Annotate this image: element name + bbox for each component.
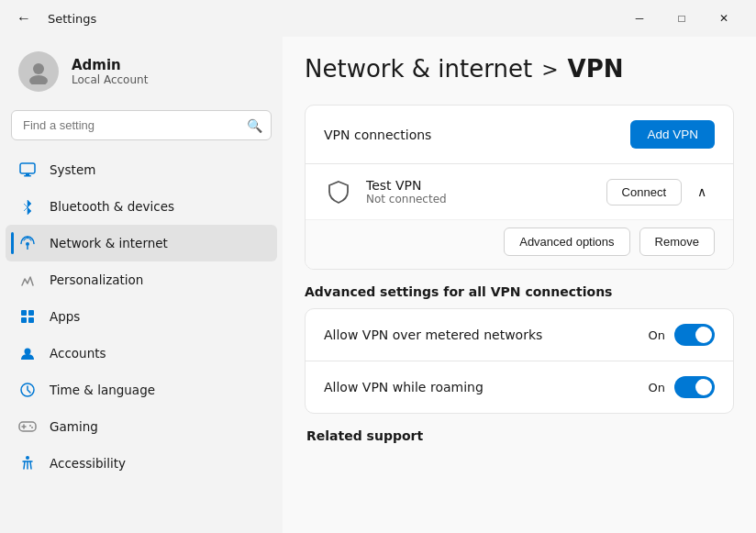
breadcrumb-parent: Network & internet bbox=[305, 55, 532, 83]
sidebar-item-gaming[interactable]: Gaming bbox=[6, 408, 277, 445]
titlebar: ← Settings ─ □ ✕ bbox=[0, 0, 756, 37]
sidebar-item-personalization[interactable]: Personalization bbox=[6, 261, 277, 298]
sidebar-item-accounts-label: Accounts bbox=[50, 346, 106, 361]
vpn-connections-header: VPN connections Add VPN bbox=[306, 105, 733, 163]
sidebar-item-network-label: Network & internet bbox=[50, 236, 168, 250]
avatar bbox=[18, 51, 59, 92]
vpn-item: Test VPN Not connected Connect ∧ Advance… bbox=[306, 163, 733, 269]
svg-rect-10 bbox=[28, 317, 34, 323]
minimize-button[interactable]: ─ bbox=[618, 4, 661, 33]
accounts-icon bbox=[18, 344, 37, 362]
setting-metered-on-label: On bbox=[649, 328, 665, 342]
setting-metered-value: On bbox=[649, 324, 715, 346]
sidebar-item-bluetooth-label: Bluetooth & devices bbox=[50, 199, 174, 214]
user-name: Admin bbox=[72, 57, 148, 73]
sidebar-item-accounts[interactable]: Accounts bbox=[6, 335, 277, 372]
sidebar-item-system-label: System bbox=[50, 162, 95, 177]
advanced-options-button[interactable]: Advanced options bbox=[504, 228, 629, 256]
personalization-icon bbox=[18, 271, 37, 289]
window-controls: ─ □ ✕ bbox=[618, 4, 745, 33]
vpn-item-name: Test VPN bbox=[366, 178, 594, 193]
back-button[interactable]: ← bbox=[11, 6, 37, 31]
connect-button[interactable]: Connect bbox=[606, 179, 682, 205]
app-body: Admin Local Account 🔍 System Bluetooth &… bbox=[0, 37, 756, 533]
svg-rect-9 bbox=[21, 317, 27, 323]
remove-vpn-button[interactable]: Remove bbox=[639, 228, 715, 256]
breadcrumb-current: VPN bbox=[568, 55, 624, 83]
user-info: Admin Local Account bbox=[72, 57, 148, 86]
user-section: Admin Local Account bbox=[0, 37, 283, 110]
toggle-roaming[interactable] bbox=[674, 376, 715, 398]
svg-rect-2 bbox=[20, 163, 35, 173]
sidebar-item-system[interactable]: System bbox=[6, 151, 277, 188]
app-title: Settings bbox=[48, 12, 607, 26]
advanced-settings-card: Allow VPN over metered networks On Allow… bbox=[305, 308, 734, 414]
close-button[interactable]: ✕ bbox=[703, 4, 745, 33]
add-vpn-button[interactable]: Add VPN bbox=[630, 120, 715, 149]
sidebar-item-personalization-label: Personalization bbox=[50, 272, 143, 287]
svg-point-16 bbox=[29, 425, 31, 427]
vpn-item-status: Not connected bbox=[366, 193, 594, 205]
nav-list: System Bluetooth & devices Network & int… bbox=[0, 151, 283, 482]
advanced-settings-title: Advanced settings for all VPN connection… bbox=[305, 284, 734, 299]
svg-rect-8 bbox=[28, 310, 34, 316]
vpn-item-actions: Connect ∧ bbox=[606, 179, 715, 205]
sidebar-item-apps[interactable]: Apps bbox=[6, 298, 277, 335]
sidebar-item-gaming-label: Gaming bbox=[50, 419, 98, 434]
time-icon bbox=[18, 381, 37, 399]
svg-rect-3 bbox=[24, 175, 31, 177]
sidebar: Admin Local Account 🔍 System Bluetooth &… bbox=[0, 37, 283, 533]
setting-roaming-label: Allow VPN while roaming bbox=[324, 380, 484, 394]
sidebar-item-accessibility[interactable]: Accessibility bbox=[6, 445, 277, 482]
vpn-shield-icon bbox=[324, 177, 353, 206]
setting-row-roaming: Allow VPN while roaming On bbox=[306, 361, 733, 413]
main-content: Network & internet > VPN VPN connections… bbox=[283, 37, 756, 533]
vpn-connections-card: VPN connections Add VPN Test VPN Not con… bbox=[305, 105, 734, 270]
svg-point-17 bbox=[31, 427, 33, 428]
breadcrumb-separator: > bbox=[541, 58, 558, 81]
setting-row-metered: Allow VPN over metered networks On bbox=[306, 309, 733, 361]
setting-roaming-value: On bbox=[649, 376, 715, 398]
search-input[interactable] bbox=[11, 110, 272, 140]
apps-icon bbox=[18, 307, 37, 326]
network-icon bbox=[18, 234, 37, 252]
sidebar-item-network[interactable]: Network & internet bbox=[6, 225, 277, 261]
toggle-metered[interactable] bbox=[674, 324, 715, 346]
user-account-type: Local Account bbox=[72, 73, 148, 86]
gaming-icon bbox=[18, 417, 37, 436]
vpn-connections-label: VPN connections bbox=[324, 128, 431, 142]
svg-point-0 bbox=[33, 63, 44, 74]
sidebar-item-time-label: Time & language bbox=[50, 383, 155, 397]
sidebar-item-time[interactable]: Time & language bbox=[6, 372, 277, 408]
sidebar-item-apps-label: Apps bbox=[50, 309, 80, 324]
svg-point-1 bbox=[29, 75, 48, 84]
setting-roaming-on-label: On bbox=[649, 381, 665, 394]
maximize-button[interactable]: □ bbox=[661, 4, 703, 33]
search-icon: 🔍 bbox=[247, 118, 262, 133]
svg-point-18 bbox=[26, 456, 29, 460]
svg-point-11 bbox=[25, 349, 31, 355]
related-support-title: Related support bbox=[305, 428, 734, 443]
sidebar-item-accessibility-label: Accessibility bbox=[50, 456, 126, 471]
svg-rect-4 bbox=[26, 173, 29, 175]
svg-point-5 bbox=[26, 242, 29, 246]
svg-rect-7 bbox=[21, 310, 27, 316]
accessibility-icon bbox=[18, 454, 37, 472]
page-header: Network & internet > VPN bbox=[305, 55, 734, 83]
chevron-up-icon: ∧ bbox=[697, 184, 706, 199]
search-box: 🔍 bbox=[11, 110, 272, 140]
bluetooth-icon bbox=[18, 197, 37, 216]
sidebar-item-bluetooth[interactable]: Bluetooth & devices bbox=[6, 188, 277, 225]
setting-metered-label: Allow VPN over metered networks bbox=[324, 328, 542, 342]
vpn-item-row: Test VPN Not connected Connect ∧ bbox=[306, 164, 733, 219]
vpn-item-info: Test VPN Not connected bbox=[366, 178, 594, 205]
system-icon bbox=[18, 161, 37, 179]
vpn-expanded-actions: Advanced options Remove bbox=[306, 219, 733, 269]
vpn-chevron-button[interactable]: ∧ bbox=[689, 179, 715, 205]
